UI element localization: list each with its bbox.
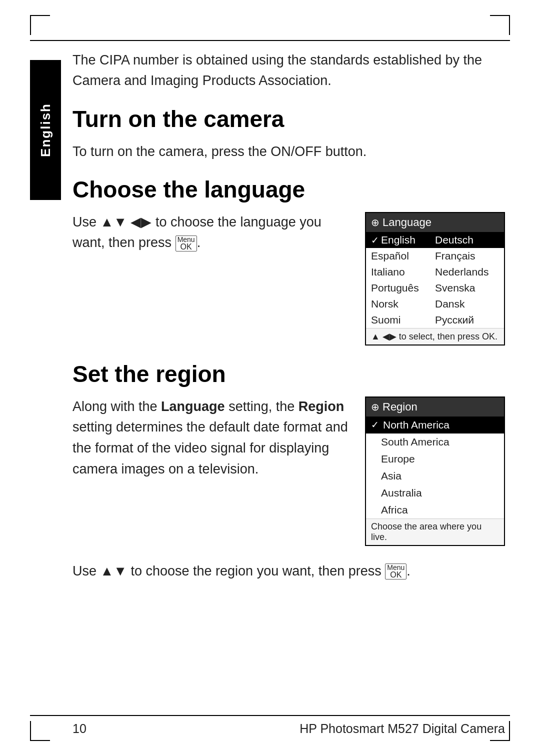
globe-icon-lang: ⊕	[371, 216, 380, 228]
corner-bl-horizontal	[30, 740, 50, 741]
section1-body: To turn on the camera, press the ON/OFF …	[72, 142, 505, 162]
section2-row: Use ▲▼ ◀▶ to choose the language you wan…	[72, 212, 505, 346]
corner-bl-vertical	[30, 721, 31, 741]
section2-text-line1: Use ▲▼ ◀▶ to choose the language you wan…	[72, 212, 350, 254]
check-icon-0: ✓	[371, 235, 379, 246]
lang-col-right-5: Русский	[435, 314, 499, 326]
lang-col-left-1: Español	[371, 250, 435, 262]
region-row-0: ✓ North America	[366, 416, 504, 434]
section3-text: Along with the Language setting, the Reg…	[72, 396, 350, 480]
region-label-5: Africa	[381, 504, 408, 516]
region-check-icon: ✓	[371, 419, 381, 430]
lang-col-right-0: Deutsch	[435, 234, 499, 246]
section1-heading: Turn on the camera	[72, 106, 505, 132]
region-row-5: Africa	[366, 502, 504, 518]
language-widget-footer: ▲ ◀▶ to select, then press OK.	[366, 328, 504, 344]
language-widget-title: Language	[382, 216, 432, 229]
lang-row-5: Suomi Русский	[366, 312, 504, 328]
region-widget-body: ✓ North America South America Europe Asi…	[366, 416, 504, 518]
lang-bold: Language	[161, 399, 225, 414]
corner-tl-horizontal	[30, 15, 50, 16]
lang-col-left-4: Norsk	[371, 298, 435, 310]
region-row-3: Asia	[366, 468, 504, 484]
region-widget-footer: Choose the area where you live.	[366, 518, 504, 545]
section3-heading: Set the region	[72, 360, 505, 388]
section2-heading: Choose the language	[72, 176, 505, 203]
lang-col-left-3: Português	[371, 282, 435, 294]
top-rule	[30, 40, 510, 41]
menu-ok-key-1: MenuOK	[176, 236, 197, 252]
product-name: HP Photosmart M527 Digital Camera	[300, 722, 505, 736]
region-widget: ⊕ Region ✓ North America South America E…	[365, 396, 505, 546]
lang-row-4: Norsk Dansk	[366, 296, 504, 312]
section3-body: Along with the Language setting, the Reg…	[72, 396, 350, 480]
lang-row-0: ✓English Deutsch	[366, 232, 504, 248]
lang-col-left-2: Italiano	[371, 266, 435, 278]
language-widget: ⊕ Language ✓English Deutsch Español Fran…	[365, 212, 505, 346]
region-label-2: Europe	[381, 453, 415, 465]
language-widget-header: ⊕ Language	[366, 213, 504, 232]
corner-tr-horizontal	[490, 15, 510, 16]
region-widget-title: Region	[382, 400, 418, 414]
corner-tr-vertical	[509, 15, 510, 35]
sidebar-label: English	[38, 103, 54, 157]
region-label-3: Asia	[381, 470, 402, 482]
bottom-rule	[30, 715, 510, 716]
lang-col-right-3: Svenska	[435, 282, 499, 294]
language-widget-body: ✓English Deutsch Español Français Italia…	[366, 232, 504, 328]
lang-col-right-1: Français	[435, 250, 499, 262]
section3-instruction: Use ▲▼ to choose the region you want, th…	[72, 561, 505, 582]
globe-icon-region: ⊕	[371, 401, 380, 413]
corner-br-vertical	[509, 721, 510, 741]
sidebar-tab: English	[30, 60, 61, 200]
section3-row: Along with the Language setting, the Reg…	[72, 396, 505, 546]
region-label-0: North America	[383, 419, 450, 431]
page-number: 10	[72, 722, 86, 736]
section2-text: Use ▲▼ ◀▶ to choose the language you wan…	[72, 212, 350, 254]
corner-tl-vertical	[30, 15, 31, 35]
lang-col-left-0: ✓English	[371, 234, 435, 246]
main-content: The CIPA number is obtained using the st…	[72, 50, 505, 706]
page-footer: 10 HP Photosmart M527 Digital Camera	[72, 722, 505, 736]
menu-ok-key-2: MenuOK	[385, 564, 406, 580]
region-row-4: Australia	[366, 484, 504, 502]
region-label-4: Australia	[381, 487, 422, 499]
region-row-2: Europe	[366, 450, 504, 468]
lang-col-left-5: Suomi	[371, 314, 435, 326]
lang-row-2: Italiano Nederlands	[366, 264, 504, 280]
lang-col-right-4: Dansk	[435, 298, 499, 310]
region-widget-header: ⊕ Region	[366, 398, 504, 416]
region-row-1: South America	[366, 434, 504, 450]
region-label-1: South America	[381, 436, 450, 448]
lang-row-1: Español Français	[366, 248, 504, 264]
intro-text: The CIPA number is obtained using the st…	[72, 50, 505, 90]
region-bold: Region	[298, 399, 344, 414]
corner-br-horizontal	[490, 740, 510, 741]
lang-col-right-2: Nederlands	[435, 266, 499, 278]
lang-row-3: Português Svenska	[366, 280, 504, 296]
